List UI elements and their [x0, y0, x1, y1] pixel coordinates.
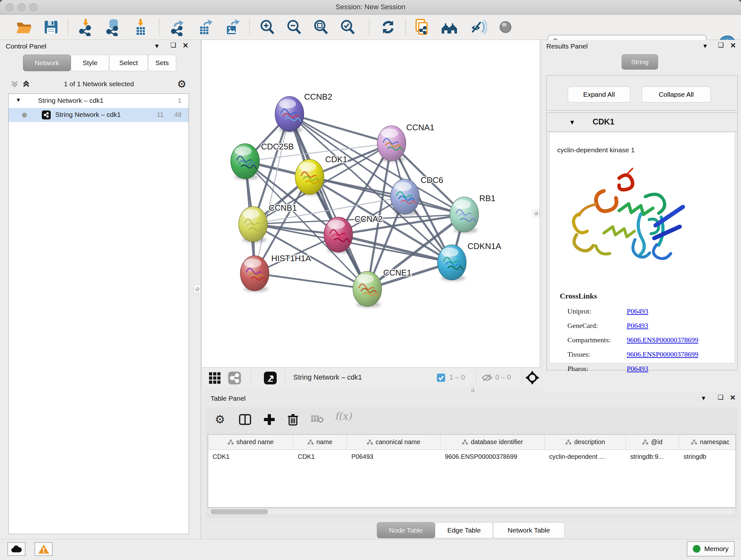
import-table-button[interactable]: [131, 18, 149, 36]
panel-float-icon[interactable]: ❑: [171, 42, 176, 48]
scrollbar-thumb[interactable]: [211, 509, 268, 514]
tab-node-table[interactable]: Node Table: [377, 522, 435, 538]
column-header-database-identifier[interactable]: database identifier: [441, 435, 545, 449]
network-node-hist1h1a[interactable]: [240, 256, 269, 292]
right-splitter-knob[interactable]: [533, 209, 540, 217]
collapse-all-button[interactable]: Collapse All: [642, 86, 711, 103]
table-horizontal-scrollbar[interactable]: [208, 508, 736, 515]
panel-close-icon[interactable]: ✕: [730, 42, 736, 49]
panel-close-icon[interactable]: ✕: [730, 394, 736, 401]
network-node-ccna1[interactable]: [377, 126, 406, 162]
export-network-button[interactable]: [169, 18, 187, 36]
crosslink-link[interactable]: P06493: [627, 307, 648, 315]
network-node-ccnb1[interactable]: [239, 206, 267, 243]
houses-icon-button[interactable]: [441, 18, 458, 36]
crosslink-row: Tissues:9606.ENSP00000378699: [567, 348, 727, 362]
column-header-shared-name[interactable]: shared name: [208, 435, 293, 449]
function-builder-icon: f(x): [335, 410, 352, 422]
tab-network-table[interactable]: Network Table: [493, 522, 564, 538]
gray-ball-button[interactable]: [496, 18, 515, 36]
network-canvas[interactable]: CCNB2CCNA1CDC25BCDK1CDC6RB1CCNB1CCNA2CDK…: [202, 40, 540, 367]
network-row[interactable]: String Network – cdk1 11 48: [9, 108, 189, 122]
memory-button[interactable]: Memory: [687, 541, 735, 557]
panel-float-icon[interactable]: ❑: [718, 394, 724, 400]
network-options-gear-icon[interactable]: ⚙: [175, 78, 188, 90]
column-type-icon: [642, 439, 649, 445]
network-edge-count: 48: [174, 111, 182, 118]
tab-sets[interactable]: Sets: [148, 55, 176, 71]
column-header-name[interactable]: name: [293, 435, 347, 449]
splitter-knob[interactable]: [469, 388, 476, 392]
crosslink-link[interactable]: 9606.ENSP00000378699: [627, 350, 698, 359]
refresh-button[interactable]: [379, 18, 397, 36]
crosslink-link[interactable]: 9606.ENSP00000378699: [627, 336, 698, 344]
column-type-icon: [367, 439, 373, 445]
column-header-namespac[interactable]: namespac: [679, 435, 736, 449]
zoom-selected-button[interactable]: [339, 18, 357, 36]
tab-network[interactable]: Network: [23, 55, 71, 71]
column-header--id[interactable]: @id: [626, 435, 679, 449]
window-title: Session: New Session: [0, 3, 741, 11]
tab-select[interactable]: Select: [109, 55, 148, 71]
node-label-ccne1: CCNE1: [383, 268, 411, 277]
delete-table-icon[interactable]: [311, 413, 325, 425]
delete-column-trash-icon[interactable]: [286, 413, 300, 427]
zoom-fit-button[interactable]: [312, 18, 330, 36]
column-header-canonical-name[interactable]: canonical name: [347, 435, 441, 449]
table-row[interactable]: CDK1CDK1P064939606.ENSP00000378699cyclin…: [208, 450, 736, 464]
gene-header-row[interactable]: ▼ CDK1: [547, 113, 738, 132]
export-image-button[interactable]: [223, 18, 241, 36]
warning-button[interactable]: [35, 542, 53, 556]
panel-menu-icon[interactable]: ▾: [702, 395, 705, 401]
panel-menu-icon[interactable]: ▾: [155, 43, 158, 50]
grid-view-icon[interactable]: [208, 371, 222, 386]
tab-style[interactable]: Style: [71, 55, 109, 71]
network-collection-row[interactable]: ▼ String Network – cdk1 1: [9, 94, 189, 108]
network-view: CCNB2CCNA1CDC25BCDK1CDC6RB1CCNB1CCNA2CDK…: [201, 40, 540, 388]
gene-caret-icon[interactable]: ▼: [567, 118, 577, 126]
column-type-icon: [307, 439, 314, 445]
collection-label: String Network – cdk1: [38, 97, 104, 105]
node-label-cdkn1a: CDKN1A: [468, 241, 501, 251]
first-neighbors-button[interactable]: [413, 18, 431, 36]
network-node-ccne1[interactable]: [353, 271, 382, 307]
expand-all-button[interactable]: Expand All: [568, 86, 630, 103]
column-header-description[interactable]: description: [545, 435, 626, 449]
cloud-button[interactable]: [7, 542, 25, 556]
import-database-button[interactable]: [104, 18, 122, 36]
network-node-ccnb2[interactable]: [275, 97, 304, 132]
network-view-footer: String Network – cdk1 1 – 0 0 – 0: [202, 367, 540, 388]
panel-menu-icon[interactable]: ▾: [703, 43, 707, 50]
column-header-label: @id: [651, 438, 663, 446]
tab-edge-table[interactable]: Edge Table: [435, 522, 493, 538]
network-share-icon: [42, 111, 51, 119]
network-node-cdc25b[interactable]: [231, 144, 259, 180]
crosslink-link[interactable]: P06493: [627, 365, 648, 373]
table-gear-icon[interactable]: ⚙: [215, 413, 225, 426]
collection-caret-icon[interactable]: ▼: [16, 97, 21, 104]
panel-close-icon[interactable]: ✕: [183, 42, 188, 49]
save-session-button[interactable]: [42, 18, 60, 36]
network-thumbnail-share-icon[interactable]: [227, 371, 242, 386]
memory-status-dot-icon: [693, 545, 700, 553]
selected-checkbox-icon[interactable]: [436, 373, 446, 383]
open-session-button[interactable]: [15, 18, 33, 36]
export-table-button[interactable]: [196, 18, 214, 36]
hidden-eye-icon[interactable]: [481, 373, 493, 384]
add-column-icon[interactable]: [263, 413, 276, 427]
divider: [201, 521, 741, 521]
crosslink-link[interactable]: P06493: [627, 321, 648, 330]
birdseye-crosshair-icon[interactable]: [525, 370, 540, 386]
panel-float-icon[interactable]: ❑: [718, 42, 724, 48]
hide-details-eye-button[interactable]: [469, 18, 487, 36]
network-node-cdkn1a[interactable]: [437, 245, 466, 281]
left-splitter-knob[interactable]: [194, 285, 201, 293]
network-node-rb1[interactable]: [450, 197, 479, 233]
show-columns-icon[interactable]: [239, 413, 252, 427]
zoom-in-button[interactable]: [259, 18, 276, 36]
zoom-out-button[interactable]: [285, 18, 303, 36]
horizontal-splitter[interactable]: [201, 388, 540, 392]
detach-view-icon[interactable]: [263, 371, 277, 386]
import-network-button[interactable]: [77, 18, 94, 36]
tab-string[interactable]: String: [622, 54, 658, 70]
